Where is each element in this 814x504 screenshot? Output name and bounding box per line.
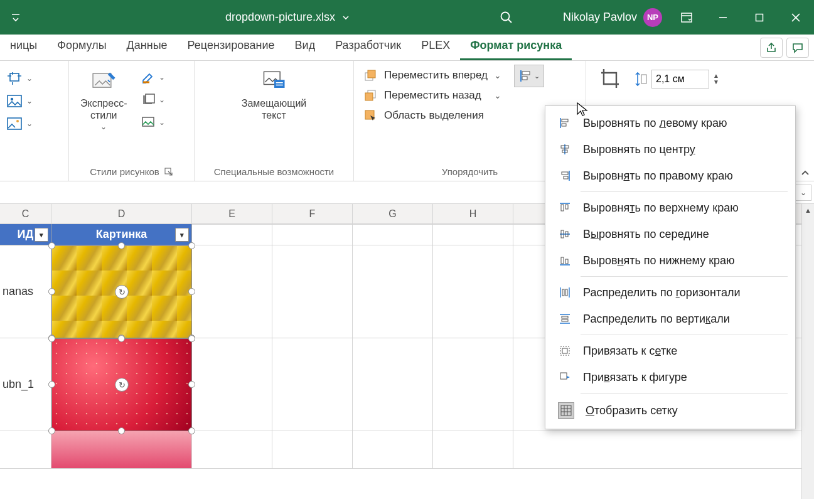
svg-rect-35 bbox=[562, 289, 564, 296]
align-menu-item[interactable]: Привязать к фигуре bbox=[545, 364, 795, 390]
selection-pane-button[interactable]: Область выделения bbox=[360, 107, 505, 124]
picture-effects-icon bbox=[6, 117, 23, 131]
cell[interactable] bbox=[272, 338, 353, 431]
cell[interactable] bbox=[0, 431, 51, 469]
qat-customize-button[interactable] bbox=[5, 9, 26, 26]
table-header-cell[interactable]: Картинка ▾ bbox=[51, 224, 192, 245]
cell[interactable] bbox=[433, 338, 513, 431]
menu-separator bbox=[581, 276, 788, 277]
tab-данные[interactable]: Данные bbox=[117, 33, 178, 60]
distribute-h-icon bbox=[558, 286, 572, 299]
embedded-image[interactable] bbox=[51, 431, 191, 468]
picture-effects-button[interactable]: ⌄ bbox=[136, 90, 171, 110]
cell[interactable] bbox=[192, 338, 272, 431]
embedded-image[interactable] bbox=[51, 338, 191, 431]
tab-рецензирование[interactable]: Рецензирование bbox=[178, 33, 285, 60]
scroll-up-button[interactable]: ▲ bbox=[802, 204, 814, 217]
chevron-down-icon[interactable] bbox=[341, 13, 350, 22]
cell[interactable] bbox=[192, 431, 272, 469]
picture-layout-button[interactable]: ⌄ bbox=[136, 112, 171, 132]
align-menu-item[interactable]: Выровнять по нижнему краю bbox=[545, 247, 795, 274]
align-menu-item[interactable]: Распределить по горизонтали bbox=[545, 279, 795, 306]
artistic-effects-button[interactable]: ⌄ bbox=[6, 114, 51, 134]
maximize-button[interactable] bbox=[741, 0, 778, 35]
ribbon-collapse-button[interactable] bbox=[800, 168, 810, 177]
comments-button[interactable] bbox=[786, 38, 809, 58]
svg-rect-1 bbox=[682, 13, 692, 22]
column-header[interactable]: E bbox=[192, 204, 272, 223]
column-header[interactable]: D bbox=[51, 204, 192, 223]
height-spinner[interactable]: ▲▼ bbox=[713, 73, 719, 85]
send-backward-button[interactable]: Переместить назад ⌄ bbox=[360, 87, 505, 104]
close-button[interactable] bbox=[778, 0, 814, 35]
embedded-image[interactable] bbox=[51, 245, 191, 338]
tab-вид[interactable]: Вид bbox=[285, 33, 326, 60]
cell[interactable] bbox=[272, 431, 353, 469]
filter-button[interactable]: ▾ bbox=[35, 228, 48, 242]
crop-button[interactable] bbox=[592, 65, 630, 97]
align-menu-item[interactable]: Выровнять по правому краю bbox=[545, 163, 795, 189]
tab-формулы[interactable]: Формулы bbox=[47, 33, 116, 60]
corrections-button[interactable]: ⌄ bbox=[6, 68, 51, 88]
quick-styles-button[interactable]: Экспресс- стили ⌄ bbox=[75, 65, 132, 134]
tab-формат-рисунка[interactable]: Формат рисунка bbox=[460, 33, 572, 60]
cell[interactable] bbox=[353, 245, 433, 338]
dialog-launcher-icon[interactable] bbox=[164, 168, 173, 176]
cell[interactable]: nanas bbox=[0, 245, 51, 338]
menu-separator bbox=[581, 191, 788, 192]
height-input[interactable]: 2,1 см bbox=[651, 70, 709, 88]
bring-forward-button[interactable]: Переместить вперед ⌄ bbox=[360, 67, 505, 83]
picture-cell[interactable] bbox=[51, 431, 192, 469]
cell[interactable] bbox=[192, 245, 272, 338]
align-menu-item[interactable]: Отобразить сетку bbox=[545, 396, 795, 425]
window-title-area: dropdown-picture.xlsx bbox=[144, 11, 431, 24]
cell[interactable] bbox=[353, 431, 433, 469]
account-area[interactable]: Nikolay Pavlov NP bbox=[563, 8, 662, 27]
align-menu-item[interactable]: Привязать к сетке bbox=[545, 338, 795, 364]
filter-button[interactable]: ▾ bbox=[175, 228, 189, 242]
picture-border-button[interactable]: ⌄ bbox=[136, 67, 171, 87]
cell[interactable] bbox=[433, 245, 513, 338]
column-header[interactable]: H bbox=[433, 204, 513, 223]
cell[interactable] bbox=[272, 224, 353, 245]
align-menu-item[interactable]: Выровнять по центру bbox=[545, 136, 795, 163]
align-menu-item[interactable]: Выровнять по левому краю bbox=[545, 110, 795, 136]
color-button[interactable]: ⌄ bbox=[6, 91, 51, 111]
cell[interactable] bbox=[513, 431, 814, 469]
align-menu-item-label: Привязать к сетке bbox=[583, 345, 677, 358]
cell[interactable] bbox=[192, 224, 272, 245]
picture-icon bbox=[6, 94, 23, 108]
align-menu-item-label: Выровнять по нижнему краю bbox=[583, 254, 735, 267]
cell[interactable]: ubn_1 bbox=[0, 338, 51, 431]
cell[interactable] bbox=[433, 224, 513, 245]
minimize-button[interactable] bbox=[705, 0, 741, 35]
svg-rect-39 bbox=[560, 346, 569, 355]
alt-text-button[interactable]: Замещающий текст bbox=[237, 65, 312, 124]
table-header-cell[interactable]: ИД ▾ bbox=[0, 224, 51, 245]
picture-cell[interactable] bbox=[51, 245, 192, 338]
tab-разработчик[interactable]: Разработчик bbox=[325, 33, 411, 60]
cell[interactable] bbox=[433, 431, 513, 469]
share-button[interactable] bbox=[760, 38, 783, 58]
cell[interactable] bbox=[272, 245, 353, 338]
column-header[interactable]: G bbox=[353, 204, 433, 223]
cell[interactable] bbox=[353, 338, 433, 431]
ribbon-display-options-button[interactable] bbox=[668, 0, 705, 35]
column-header[interactable]: C bbox=[0, 204, 51, 223]
vertical-scrollbar[interactable]: ▲ bbox=[801, 204, 814, 499]
align-menu-item[interactable]: Выровнять по середине bbox=[545, 221, 795, 247]
tab-ницы[interactable]: ницы bbox=[0, 33, 47, 60]
search-button[interactable] bbox=[450, 11, 563, 24]
align-menu-item[interactable]: Выровнять по верхнему краю bbox=[545, 195, 795, 221]
svg-rect-23 bbox=[562, 119, 568, 122]
picture-cell[interactable] bbox=[51, 338, 192, 431]
align-objects-button[interactable]: ⌄ bbox=[514, 65, 544, 87]
avatar: NP bbox=[643, 8, 662, 27]
search-icon bbox=[500, 11, 513, 24]
snap-shape-icon bbox=[558, 370, 572, 384]
tab-plex[interactable]: PLEX bbox=[411, 33, 460, 60]
align-menu-item[interactable]: Распределить по вертикали bbox=[545, 306, 795, 332]
cell[interactable] bbox=[353, 224, 433, 245]
formula-bar-expand-button[interactable]: ⌄ bbox=[795, 185, 811, 201]
column-header[interactable]: F bbox=[272, 204, 353, 223]
